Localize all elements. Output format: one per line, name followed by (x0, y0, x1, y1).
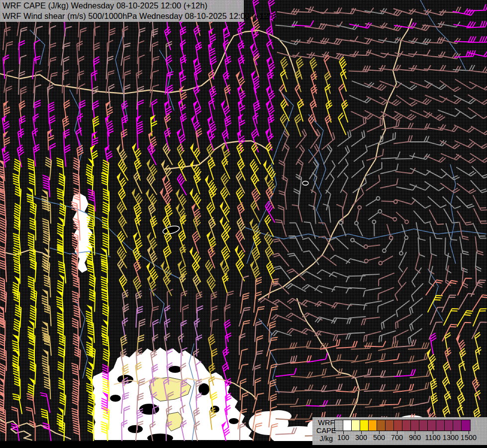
wind-barb (429, 266, 434, 286)
wind-barb (277, 355, 297, 365)
legend-colorbar (334, 420, 471, 431)
wind-barb (428, 296, 443, 313)
wind-barb (18, 27, 27, 50)
wind-barb (340, 173, 348, 193)
wind-barb (34, 26, 43, 49)
map-title-overlay: WRF CAPE (J/kg) Wednesday 08-10-2025 12:… (0, 0, 244, 22)
wind-barb (319, 399, 341, 406)
wind-barb (472, 166, 487, 178)
wind-barb (444, 309, 459, 326)
wind-barb (207, 231, 216, 253)
wind-barb (394, 112, 416, 120)
wind-barb (308, 144, 319, 163)
calm-wind-marker (383, 249, 386, 252)
wind-barb (351, 130, 365, 147)
wind-barb (58, 261, 66, 283)
wind-barb (336, 355, 358, 361)
river-line (75, 299, 88, 378)
wind-barb (471, 126, 487, 134)
wind-barb (177, 144, 185, 166)
wind-barb (276, 342, 297, 349)
wind-barb (453, 8, 475, 15)
wind-barb (443, 377, 451, 399)
wind-barb (444, 209, 459, 223)
legend-color-box (402, 420, 411, 431)
wind-barb (62, 70, 69, 94)
wind-barb (322, 132, 335, 149)
wind-barb (425, 95, 447, 103)
wind-barb (439, 7, 461, 13)
legend-color-box (428, 420, 436, 431)
wind-barb (278, 205, 285, 224)
cape-legend-label: WRF CAPE J/kg (316, 419, 336, 443)
wind-barb (459, 294, 475, 310)
wind-barb (303, 251, 319, 265)
wind-barb (460, 348, 466, 371)
wind-barb (121, 129, 127, 151)
wind-barb (236, 71, 245, 94)
wind-barb (280, 114, 289, 136)
wind-barb (251, 201, 260, 223)
wind-barb (431, 393, 438, 415)
legend-color-box (386, 420, 394, 431)
wind-barb (139, 319, 146, 340)
legend-tick-value: 900 (409, 434, 421, 442)
wind-barb (4, 42, 13, 64)
legend-tick-value: 1100 (425, 434, 440, 442)
wind-barb (288, 253, 303, 267)
river-line (70, 90, 83, 169)
lake-outline (162, 224, 180, 235)
wind-barb (289, 236, 302, 251)
wind-barb (108, 28, 115, 52)
wind-barb (456, 167, 476, 176)
calm-wind-marker (405, 220, 408, 224)
legend-tick-value: 1500 (461, 434, 477, 442)
legend-color-box (462, 420, 470, 431)
wind-barb (209, 217, 216, 239)
wind-barb-field (0, 0, 487, 448)
wind-barb (165, 128, 171, 151)
legend-color-box (335, 420, 343, 431)
wind-barb (338, 145, 350, 164)
terrain-speckle (128, 425, 143, 433)
wind-barb (330, 238, 349, 249)
wind-barb (92, 131, 98, 152)
wind-barb (458, 278, 472, 296)
wind-barb (193, 231, 199, 254)
wind-barb (393, 135, 412, 144)
wind-barb (221, 230, 230, 252)
wind-barb (317, 270, 337, 277)
wind-barb (190, 246, 200, 267)
wind-barb (33, 114, 39, 136)
wind-barb (379, 273, 394, 286)
wind-barb (429, 210, 444, 224)
wind-barb (441, 280, 458, 296)
calm-wind-marker (404, 236, 408, 239)
wind-barb (190, 188, 201, 209)
wind-barb (346, 259, 367, 264)
legend-color-box (445, 420, 453, 431)
wind-barb (424, 65, 446, 71)
wind-barb (205, 260, 215, 281)
wind-barb (311, 173, 317, 193)
wind-barb (238, 55, 245, 79)
wind-barb (456, 196, 474, 208)
wind-barb (412, 198, 431, 208)
wind-barb (360, 274, 380, 281)
legend-tick-value: 700 (391, 434, 403, 442)
wind-barb (121, 43, 131, 66)
wind-barb (292, 205, 302, 222)
calm-wind-marker (339, 221, 343, 224)
wind-barb (273, 239, 289, 252)
wind-barb (272, 253, 289, 266)
wind-barb (396, 95, 417, 106)
wind-barb (457, 311, 473, 327)
legend-color-box (436, 420, 445, 431)
weather-map-canvas: WRF CAPE (J/kg) Wednesday 08-10-2025 12:… (0, 0, 487, 448)
wind-barb (108, 84, 114, 108)
wind-barb (306, 368, 326, 378)
wind-barb (395, 81, 417, 90)
lake-outline (302, 181, 308, 185)
wind-barb (94, 57, 99, 81)
wind-barb (468, 95, 487, 105)
